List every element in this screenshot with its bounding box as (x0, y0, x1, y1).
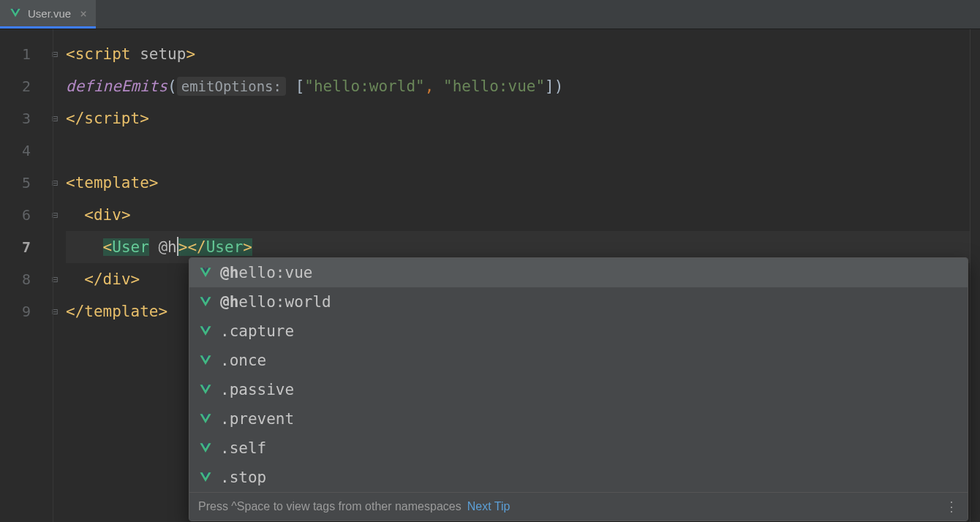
code-line: defineEmits( emitOptions: ["hello:world"… (66, 70, 980, 102)
line-number: 2 (0, 70, 31, 102)
autocomplete-item[interactable]: .prevent (189, 404, 968, 434)
autocomplete-item[interactable]: @hello:world (189, 287, 968, 317)
line-number: 8 (0, 263, 31, 295)
code-line: <div> (66, 199, 980, 231)
fold-icon[interactable]: ⊟ (44, 199, 66, 231)
code-line: </script> (66, 102, 980, 135)
more-icon[interactable]: ⋮ (945, 499, 959, 515)
autocomplete-item[interactable]: .passive (189, 375, 968, 404)
vue-icon (198, 324, 213, 338)
fold-icon[interactable]: ⊟ (44, 38, 66, 70)
vue-icon (198, 265, 213, 280)
line-number: 5 (0, 167, 31, 199)
autocomplete-popup: @hello:vue @hello:world .capture .once .… (189, 257, 968, 521)
line-number: 3 (0, 102, 31, 135)
close-icon[interactable]: × (80, 7, 87, 20)
line-number: 9 (0, 295, 31, 328)
fold-icon[interactable]: ⊟ (44, 102, 66, 135)
footer-hint: Press ^Space to view tags from other nam… (198, 500, 461, 513)
vue-icon (198, 295, 213, 309)
fold-icon[interactable]: ⊟ (44, 295, 66, 328)
code-line (66, 135, 980, 167)
vue-icon (198, 353, 213, 368)
file-tab[interactable]: User.vue × (0, 0, 96, 29)
fold-icon[interactable]: ⊟ (44, 167, 66, 199)
fold-icon[interactable]: ⊟ (44, 263, 66, 295)
line-number: 1 (0, 38, 31, 70)
vue-icon (198, 382, 213, 397)
next-tip-link[interactable]: Next Tip (467, 500, 510, 513)
line-number-current: 7 (0, 231, 31, 263)
autocomplete-item[interactable]: .once (189, 346, 968, 375)
code-line: <template> (66, 167, 980, 199)
autocomplete-item[interactable]: .capture (189, 317, 968, 346)
code-line: <script setup> (66, 38, 980, 70)
autocomplete-item[interactable]: .stop (189, 463, 968, 492)
line-number: 4 (0, 135, 31, 167)
line-number: 6 (0, 199, 31, 231)
vue-icon (198, 412, 213, 426)
inlay-hint: emitOptions: (177, 77, 286, 96)
tab-bar: User.vue × (0, 0, 980, 29)
vue-icon (198, 470, 213, 485)
tab-filename: User.vue (28, 7, 71, 20)
autocomplete-footer: Press ^Space to view tags from other nam… (189, 492, 968, 521)
vue-icon (198, 441, 213, 455)
editor-right-margin (970, 29, 980, 522)
autocomplete-item[interactable]: .self (189, 434, 968, 463)
vue-icon (9, 7, 22, 20)
fold-column: ⊟ ⊟ ⊟ ⊟ ⊟ ⊟ (44, 29, 66, 522)
autocomplete-item[interactable]: @hello:vue (189, 258, 968, 287)
line-gutter: 1 2 3 4 5 6 7 8 9 (0, 29, 44, 522)
